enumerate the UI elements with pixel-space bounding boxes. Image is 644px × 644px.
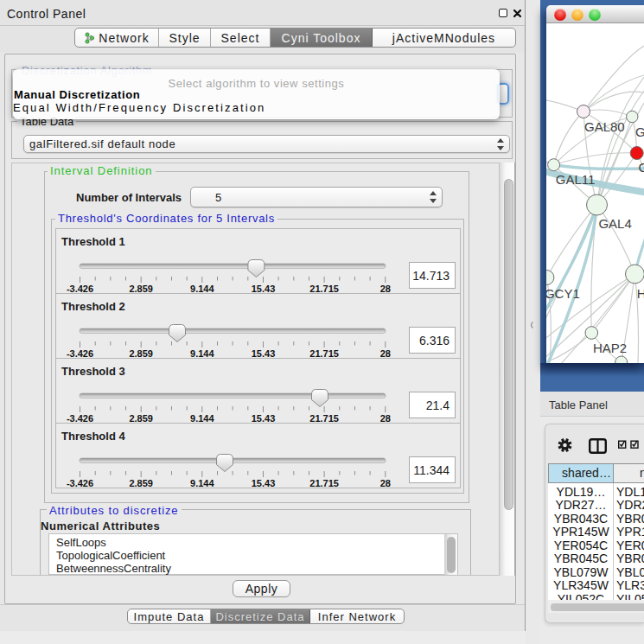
svg-text:9.144: 9.144 <box>190 413 214 423</box>
svg-text:9.144: 9.144 <box>190 348 214 358</box>
svg-text:9.144: 9.144 <box>190 284 214 293</box>
svg-text:9.144: 9.144 <box>190 478 214 488</box>
svg-text:H: H <box>637 286 644 301</box>
svg-text:21.715: 21.715 <box>309 413 339 423</box>
svg-text:15.43: 15.43 <box>252 413 276 423</box>
svg-text:GCY1: GCY1 <box>546 286 580 301</box>
svg-text:GAL4: GAL4 <box>598 216 631 231</box>
svg-text:21.715: 21.715 <box>309 348 339 358</box>
svg-text:28: 28 <box>380 413 391 423</box>
svg-text:2.859: 2.859 <box>129 478 153 488</box>
svg-text:GAL3: GAL3 <box>635 124 644 139</box>
svg-text:28: 28 <box>380 478 391 488</box>
svg-text:HAP2: HAP2 <box>593 341 627 355</box>
svg-text:15.43: 15.43 <box>252 478 276 488</box>
svg-text:2.859: 2.859 <box>129 284 153 293</box>
svg-text:28: 28 <box>380 284 391 293</box>
svg-text:2.859: 2.859 <box>129 348 153 358</box>
svg-text:-3.426: -3.426 <box>67 348 93 358</box>
svg-text:GAL11: GAL11 <box>556 172 596 187</box>
svg-text:-3.426: -3.426 <box>67 413 93 423</box>
svg-text:28: 28 <box>380 348 391 358</box>
svg-text:GAL80: GAL80 <box>584 119 625 134</box>
svg-text:-3.426: -3.426 <box>67 478 93 488</box>
svg-text:21.715: 21.715 <box>309 284 339 293</box>
svg-text:CY: CY <box>639 160 644 175</box>
svg-text:15.43: 15.43 <box>252 348 276 358</box>
svg-text:15.43: 15.43 <box>252 284 276 293</box>
svg-text:21.715: 21.715 <box>309 478 339 488</box>
svg-text:2.859: 2.859 <box>129 413 153 423</box>
svg-text:-3.426: -3.426 <box>67 284 93 293</box>
